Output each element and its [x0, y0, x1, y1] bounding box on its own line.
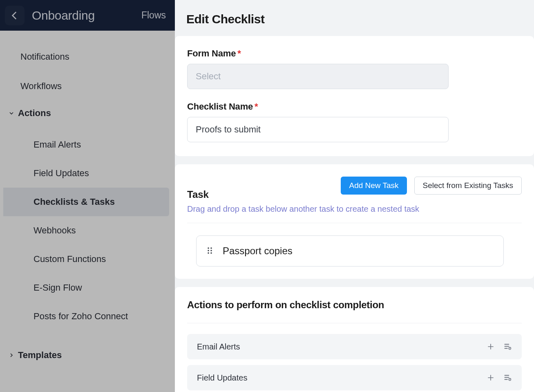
completion-action-row[interactable]: Field Updates	[187, 365, 522, 390]
completion-action-label: Field Updates	[197, 373, 247, 383]
select-existing-tasks-button[interactable]: Select from Existing Tasks	[414, 177, 522, 195]
plus-icon	[487, 374, 495, 382]
sidebar: Onboarding Flows Notifications Workflows…	[0, 0, 175, 392]
card-actions-on-completion: Actions to perform on checklist completi…	[175, 287, 534, 392]
sidebar-item-email-alerts[interactable]: Email Alerts	[0, 130, 175, 159]
task-row[interactable]: Passport copies	[196, 235, 504, 267]
svg-rect-12	[505, 377, 509, 378]
svg-point-0	[208, 247, 209, 249]
svg-point-3	[210, 250, 212, 251]
add-new-task-button[interactable]: Add New Task	[341, 177, 407, 195]
add-action-button[interactable]	[487, 343, 495, 351]
list-settings-icon	[503, 343, 512, 351]
header-tab-flows[interactable]: Flows	[141, 10, 166, 21]
form-name-label: Form Name*	[187, 48, 522, 59]
sidebar-header: Onboarding Flows	[0, 0, 175, 31]
main-panel: Edit Checklist Form Name* Select Checkli…	[175, 0, 534, 392]
card-basic-info: Form Name* Select Checklist Name*	[175, 36, 534, 156]
required-asterisk: *	[255, 101, 258, 112]
configure-action-button[interactable]	[503, 343, 512, 351]
task-hint-text: Drag and drop a task below another task …	[187, 204, 522, 223]
back-button[interactable]	[5, 6, 25, 25]
sidebar-group-templates-label: Templates	[18, 350, 62, 361]
chevron-right-icon	[8, 352, 15, 358]
sidebar-group-templates[interactable]: Templates	[0, 343, 175, 367]
task-name: Passport copies	[223, 245, 293, 257]
sidebar-item-posts-zoho-connect[interactable]: Posts for Zoho Connect	[0, 302, 175, 331]
sidebar-item-esign-flow[interactable]: E-Sign Flow	[0, 273, 175, 302]
arrow-left-icon	[9, 10, 20, 21]
checklist-name-input[interactable]	[187, 117, 449, 142]
sidebar-group-actions-label: Actions	[18, 108, 51, 119]
task-section-title: Task	[187, 189, 209, 200]
completion-action-row[interactable]: Email Alerts	[187, 334, 522, 359]
plus-icon	[487, 343, 495, 351]
sidebar-nav: Notifications Workflows Actions Email Al…	[0, 31, 175, 367]
add-action-button[interactable]	[487, 374, 495, 382]
sidebar-group-actions-children: Email Alerts Field Updates Checklists & …	[0, 125, 175, 331]
svg-point-4	[208, 252, 209, 254]
list-settings-icon	[503, 374, 512, 382]
sidebar-item-field-updates[interactable]: Field Updates	[0, 159, 175, 188]
drag-handle-icon[interactable]	[206, 245, 214, 257]
svg-rect-6	[505, 344, 509, 345]
svg-point-15	[509, 379, 510, 380]
sidebar-item-workflows[interactable]: Workflows	[0, 72, 175, 101]
sidebar-item-custom-functions[interactable]: Custom Functions	[0, 245, 175, 273]
completion-action-label: Email Alerts	[197, 342, 240, 352]
chevron-down-icon	[8, 110, 15, 116]
module-title: Onboarding	[32, 9, 95, 22]
svg-rect-7	[505, 346, 509, 347]
svg-point-5	[210, 252, 212, 254]
page-title: Edit Checklist	[175, 12, 534, 36]
svg-point-1	[210, 247, 212, 249]
actions-section-title: Actions to perform on checklist completi…	[187, 299, 522, 323]
card-tasks: Task Add New Task Select from Existing T…	[175, 164, 534, 279]
sidebar-item-webhooks[interactable]: Webhooks	[0, 216, 175, 245]
svg-point-2	[208, 250, 209, 251]
svg-rect-11	[505, 375, 509, 376]
form-name-placeholder: Select	[196, 71, 221, 82]
sidebar-item-checklists-tasks[interactable]: Checklists & Tasks	[3, 188, 169, 216]
sidebar-group-actions[interactable]: Actions	[0, 101, 175, 125]
svg-rect-8	[505, 348, 508, 349]
form-name-select[interactable]: Select	[187, 64, 449, 89]
svg-point-10	[509, 348, 510, 349]
svg-rect-13	[505, 379, 508, 380]
configure-action-button[interactable]	[503, 374, 512, 382]
checklist-name-label: Checklist Name*	[187, 101, 522, 112]
sidebar-item-notifications[interactable]: Notifications	[0, 42, 175, 72]
required-asterisk: *	[237, 48, 241, 58]
